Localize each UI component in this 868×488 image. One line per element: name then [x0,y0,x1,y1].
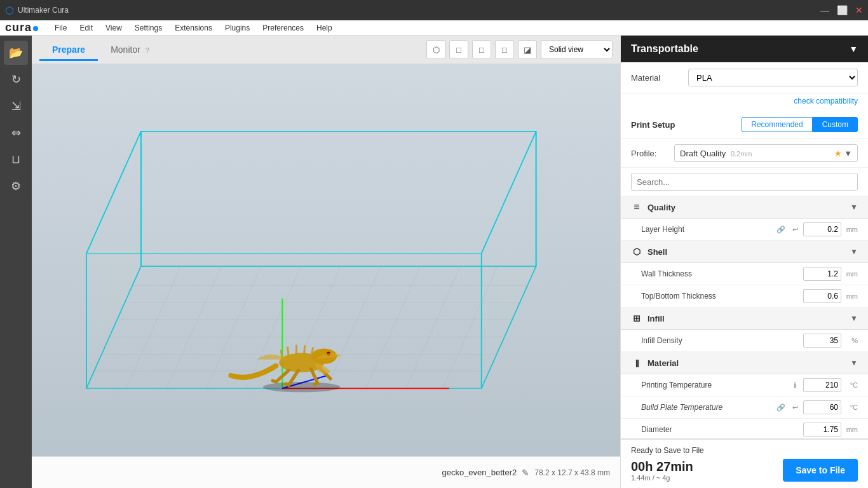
infill-section: ⊞ Infill ▼ Infill Density % [621,308,868,352]
menu-extensions[interactable]: Extensions [168,22,219,34]
infill-section-header[interactable]: ⊞ Infill ▼ [621,308,868,330]
top-bottom-thickness-row: Top/Bottom Thickness mm [621,285,868,308]
svg-marker-2 [86,132,141,388]
view-top-button[interactable]: □ [472,40,491,59]
menu-plugins[interactable]: Plugins [219,22,256,34]
menu-edit[interactable]: Edit [73,22,99,34]
print-setup-title: Print Setup [631,120,675,130]
infill-density-input[interactable] [803,334,841,348]
menu-help[interactable]: Help [310,22,339,34]
logo-text: cura [5,21,32,34]
view-isometric-button[interactable]: ⬡ [426,40,445,59]
layer-height-input[interactable] [803,222,841,236]
printing-temp-info-icon[interactable]: ℹ [789,379,801,391]
quality-section-arrow: ▼ [850,203,858,212]
per-model-settings-button[interactable]: ⚙ [4,174,28,198]
edit-model-icon[interactable]: ✎ [522,468,529,478]
check-compatibility-link[interactable]: check compatibility [794,97,858,105]
printing-temperature-input[interactable] [803,378,841,392]
wall-thickness-input[interactable] [803,267,841,281]
view-controls: ⬡ □ □ □ ◪ Solid view X-Ray Layers Materi… [426,40,613,59]
minimize-button[interactable]: — [820,5,829,15]
build-plate-temp-link-icon[interactable]: 🔗 [775,402,787,413]
print-time: 00h 27min [631,459,693,474]
menu-view[interactable]: View [99,22,128,34]
panel-header: Transportable ▼ [621,36,868,62]
view-mode-select[interactable]: Solid view X-Ray Layers Material Color [541,40,613,59]
view-front-button[interactable]: □ [449,40,468,59]
material-section-icon: ||| [631,357,642,369]
profile-toggle: Recommended Custom [742,117,858,132]
top-bottom-thickness-label: Top/Bottom Thickness [641,292,803,301]
build-plate-temperature-input[interactable] [803,400,841,414]
panel-collapse-button[interactable]: ▼ [849,44,858,54]
logo: cura [5,21,38,34]
svg-line-26 [327,266,381,388]
infill-density-unit: % [844,337,858,344]
maximize-button[interactable]: ⬜ [837,5,848,15]
tab-monitor[interactable]: Monitor ? [98,38,162,61]
view-perspective-button[interactable]: ◪ [518,40,537,59]
menu-file[interactable]: File [48,22,73,34]
profile-row: Profile: Draft Quality 0.2mm ★ ▼ [621,139,868,168]
main-layout: 📂 ↻ ⇲ ⇔ ⊔ ⚙ Prepare Monitor ? ⬡ □ □ □ [0,36,868,488]
mirror-button[interactable]: ⇔ [4,121,28,145]
diameter-row: Diameter mm [621,419,868,438]
wall-thickness-unit: mm [844,270,858,278]
material-label: Material [631,73,682,83]
quality-section: ≡ Quality ▼ Layer Height 🔗 ↩ mm [621,196,868,241]
infill-section-arrow: ▼ [850,314,858,323]
layer-height-undo-icon[interactable]: ↩ [789,224,801,235]
model-dimensions: 78.2 x 12.7 x 43.8 mm [534,468,610,477]
menu-bar: cura File Edit View Settings Extensions … [0,20,868,36]
build-plate-temperature-unit: °C [844,403,858,411]
diameter-label: Diameter [641,425,803,434]
search-row [621,168,868,196]
build-plate-temp-undo-icon[interactable]: ↩ [789,402,801,413]
app-icon: ⬡ [5,4,14,17]
material-row: Material PLA ABS PETG TPU Nylon [621,62,868,93]
top-bottom-thickness-input[interactable] [803,289,841,303]
app-title: Ultimaker Cura [18,6,69,15]
profile-select[interactable]: Draft Quality 0.2mm ★ ▼ [674,144,858,162]
layer-height-link-icon[interactable]: 🔗 [775,224,787,235]
wall-thickness-controls: mm [803,267,858,281]
close-button[interactable]: ✕ [855,5,863,15]
bottom-panel: Ready to Save to File 00h 27min 1.44m / … [621,438,868,488]
profile-star-icon: ★ [834,149,842,158]
scale-button[interactable]: ⇲ [4,94,28,118]
wall-thickness-label: Wall Thickness [641,269,803,278]
3d-scene[interactable] [32,64,620,456]
menu-settings[interactable]: Settings [128,22,168,34]
material-select[interactable]: PLA ABS PETG TPU Nylon [688,69,858,86]
view-side-button[interactable]: □ [495,40,514,59]
shell-section-left: ⬡ Shell [631,246,667,257]
svg-line-23 [207,266,261,388]
layer-height-controls: 🔗 ↩ mm [775,222,858,236]
menu-preferences[interactable]: Preferences [256,22,310,34]
support-button[interactable]: ⊔ [4,147,28,172]
svg-line-27 [366,266,421,388]
custom-toggle-button[interactable]: Custom [813,117,858,132]
shell-section-arrow: ▼ [850,247,858,256]
search-input[interactable] [631,173,858,191]
material-usage: 1.44m / ~ 4g [631,474,693,482]
save-to-file-button[interactable]: Save to File [783,459,858,482]
build-plate-temperature-row: Build Plate Temperature 🔗 ↩ °C [621,396,868,419]
diameter-input[interactable] [803,423,841,437]
printing-temperature-row: Printing Temperature ℹ °C [621,374,868,396]
quality-title: Quality [648,203,675,212]
diameter-controls: mm [803,423,858,437]
material-section-header[interactable]: ||| Material ▼ [621,352,868,374]
top-bottom-thickness-unit: mm [844,292,858,300]
rotate-button[interactable]: ↻ [4,67,28,92]
recommended-toggle-button[interactable]: Recommended [742,117,812,132]
layer-height-label: Layer Height [641,225,775,234]
folder-button[interactable]: 📂 [4,41,28,65]
tabs: Prepare Monitor ? [39,38,162,61]
shell-section-header[interactable]: ⬡ Shell ▼ [621,241,868,263]
tab-prepare[interactable]: Prepare [39,38,98,61]
quality-section-header[interactable]: ≡ Quality ▼ [621,196,868,219]
quality-section-left: ≡ Quality [631,201,675,213]
printing-temperature-unit: °C [844,381,858,389]
